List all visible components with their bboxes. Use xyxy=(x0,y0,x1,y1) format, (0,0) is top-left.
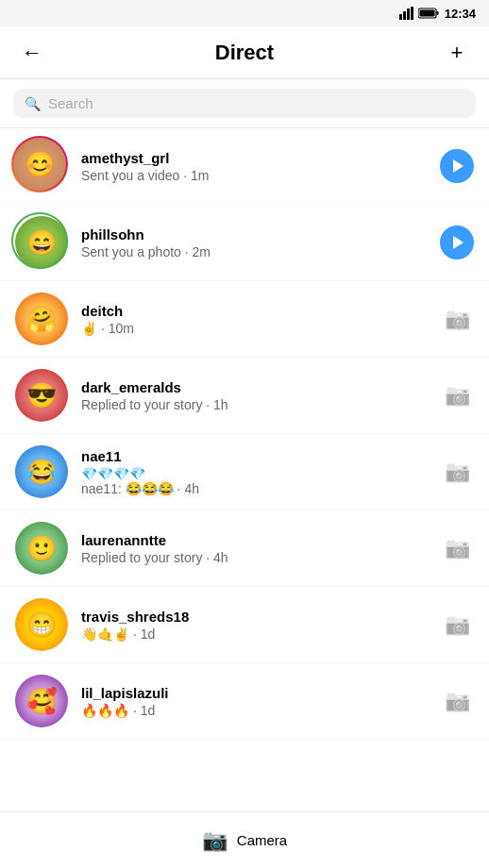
svg-rect-0 xyxy=(399,14,402,20)
avatar: 😎 xyxy=(13,367,70,424)
search-icon: 🔍 xyxy=(25,96,41,111)
message-preview: 👋🤙✌️ · 1d xyxy=(81,626,427,642)
play-button[interactable] xyxy=(438,147,476,185)
play-button[interactable] xyxy=(438,224,476,261)
message-preview: Sent you a photo · 2m xyxy=(81,244,427,259)
status-icons xyxy=(399,7,439,20)
message-username: deitch xyxy=(81,303,427,319)
list-item[interactable]: 🥰lil_lapislazuli🔥🔥🔥 · 1d📷 xyxy=(0,663,489,740)
avatar: 😊 xyxy=(13,138,70,194)
message-preview: Replied to your story · 1h xyxy=(81,397,427,412)
message-content: lil_lapislazuli🔥🔥🔥 · 1d xyxy=(81,685,427,718)
status-time: 12:34 xyxy=(445,7,476,21)
search-box[interactable]: 🔍 Search xyxy=(13,89,476,118)
avatar: 😁 xyxy=(13,596,70,653)
list-item[interactable]: 😂nae11💎💎💎💎nae11: 😂😂😂 · 4h📷 xyxy=(0,434,489,510)
message-content: nae11💎💎💎💎nae11: 😂😂😂 · 4h xyxy=(81,448,427,496)
status-bar: 12:34 xyxy=(0,0,489,26)
message-content: phillsohnSent you a photo · 2m xyxy=(81,226,427,259)
message-preview: ✌️ · 10m xyxy=(81,321,427,336)
svg-rect-6 xyxy=(419,10,434,17)
message-content: deitch✌️ · 10m xyxy=(81,303,427,336)
message-content: laurenanntteReplied to your story · 4h xyxy=(81,532,427,565)
avatar: 🥰 xyxy=(13,673,70,729)
message-preview: Replied to your story · 4h xyxy=(81,550,427,565)
svg-rect-1 xyxy=(403,11,406,20)
list-item[interactable]: 😊amethyst_grlSent you a video · 1m xyxy=(0,128,489,205)
avatar: 🙂 xyxy=(13,520,70,576)
message-content: amethyst_grlSent you a video · 1m xyxy=(81,150,427,183)
camera-bottom-icon: 📷 xyxy=(202,828,228,853)
message-content: dark_emeraldsReplied to your story · 1h xyxy=(81,379,427,412)
camera-button[interactable]: 📷 xyxy=(438,300,476,338)
avatar: 😂 xyxy=(13,443,70,500)
message-preview: 🔥🔥🔥 · 1d xyxy=(81,703,427,718)
message-preview: 💎💎💎💎nae11: 😂😂😂 · 4h xyxy=(81,466,427,496)
message-username: travis_shreds18 xyxy=(81,609,427,625)
new-message-button[interactable]: + xyxy=(440,36,474,70)
message-list: 😊amethyst_grlSent you a video · 1m😄phill… xyxy=(0,128,489,740)
battery-icon xyxy=(418,8,439,19)
message-username: nae11 xyxy=(81,448,427,464)
list-item[interactable]: 🙂laurenanntteReplied to your story · 4h📷 xyxy=(0,510,489,587)
camera-button[interactable]: 📷 xyxy=(438,376,476,414)
camera-button[interactable]: 📷 xyxy=(438,453,476,491)
list-item[interactable]: 😄phillsohnSent you a photo · 2m xyxy=(0,205,489,281)
camera-button[interactable]: 📷 xyxy=(438,529,476,567)
message-username: lil_lapislazuli xyxy=(81,685,427,701)
avatar: 🤗 xyxy=(13,291,70,347)
back-button[interactable]: ← xyxy=(15,36,49,70)
message-username: phillsohn xyxy=(81,226,427,242)
top-nav: ← Direct + xyxy=(0,26,489,79)
message-username: laurenanntte xyxy=(81,532,427,548)
search-input[interactable]: Search xyxy=(48,95,93,111)
message-preview: Sent you a video · 1m xyxy=(81,168,427,183)
message-content: travis_shreds18👋🤙✌️ · 1d xyxy=(81,609,427,642)
svg-rect-5 xyxy=(436,11,438,15)
message-username: dark_emeralds xyxy=(81,379,427,395)
signal-icon xyxy=(399,7,414,20)
page-title: Direct xyxy=(215,41,274,65)
camera-label: Camera xyxy=(237,832,287,848)
camera-button[interactable]: 📷 xyxy=(438,606,476,643)
list-item[interactable]: 😎dark_emeraldsReplied to your story · 1h… xyxy=(0,358,489,434)
svg-rect-3 xyxy=(411,7,413,20)
search-container: 🔍 Search xyxy=(0,79,489,128)
list-item[interactable]: 😁travis_shreds18👋🤙✌️ · 1d📷 xyxy=(0,587,489,663)
avatar: 😄 xyxy=(13,214,70,271)
camera-bottom-bar[interactable]: 📷 Camera xyxy=(0,811,489,868)
camera-button[interactable]: 📷 xyxy=(438,682,476,720)
svg-rect-2 xyxy=(407,8,410,20)
list-item[interactable]: 🤗deitch✌️ · 10m📷 xyxy=(0,281,489,358)
message-username: amethyst_grl xyxy=(81,150,427,166)
